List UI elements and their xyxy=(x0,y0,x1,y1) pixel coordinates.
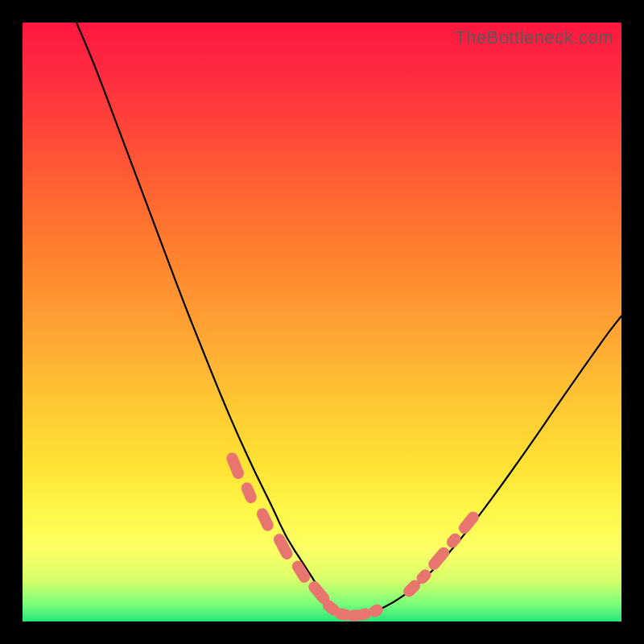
marker-group xyxy=(225,451,481,622)
chart-area: TheBottleneck.com xyxy=(23,23,621,621)
marker-capsule xyxy=(444,531,463,551)
plot-svg xyxy=(23,23,621,621)
curve-left xyxy=(76,23,337,611)
marker-capsule xyxy=(225,451,246,481)
marker-capsule xyxy=(239,481,258,505)
marker-capsule xyxy=(426,545,452,572)
curve-right xyxy=(376,316,621,612)
marker-capsule xyxy=(456,510,481,536)
marker-capsule xyxy=(255,506,275,533)
